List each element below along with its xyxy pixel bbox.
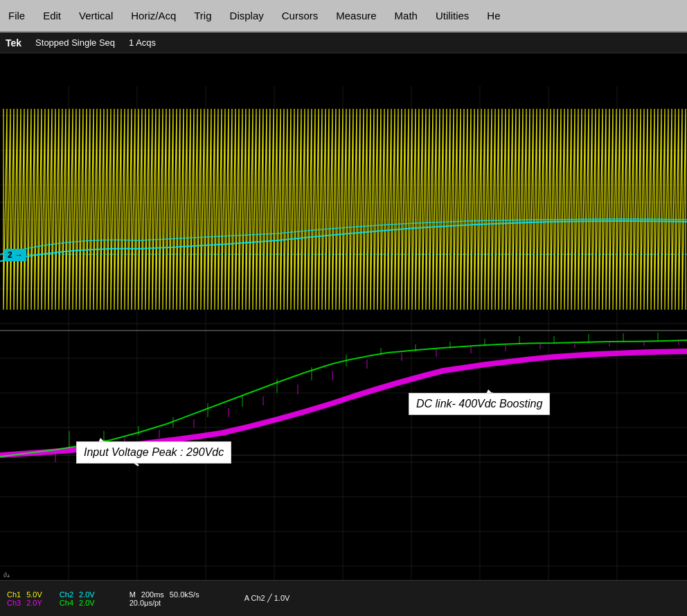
menu-measure[interactable]: Measure (333, 8, 379, 23)
waveform-display: // This won't execute inside SVG in HTML… (0, 53, 687, 580)
timebase-value: 200ms (141, 590, 164, 599)
menu-file[interactable]: File (6, 8, 28, 23)
statusbar: Tek Stopped Single Seq 1 Acqs (0, 33, 687, 53)
acqs-label: 1 Acqs (129, 37, 156, 48)
menu-display[interactable]: Display (227, 8, 267, 23)
timebase-label: M (130, 590, 136, 599)
ch1-label: Ch1 (7, 590, 21, 599)
ch2-label: 2 → (4, 249, 26, 261)
menu-horiz-acq[interactable]: Horiz/Acq (128, 8, 179, 23)
status-label: Stopped Single Seq (35, 37, 115, 48)
svg-text:∂₄: ∂₄ (3, 571, 10, 579)
timebase-info: M 200ms 50.0kS/s 20.0μs/pt (130, 590, 199, 607)
menu-cursors[interactable]: Cursors (279, 8, 321, 23)
ch4-label: Ch4 (60, 599, 73, 607)
annotation-input-voltage: Input Voltage Peak : 290Vdc (76, 441, 231, 464)
annotation-dc-link: DC link- 400Vdc Boosting (409, 393, 550, 415)
menu-help[interactable]: He (484, 8, 503, 23)
ch3-label: Ch3 (7, 599, 21, 607)
ch2-info-value: 2.0V (79, 590, 95, 599)
ch24-info: Ch2 2.0V Ch4 2.0V (60, 590, 95, 607)
ch4-value: 2.0V (79, 599, 95, 607)
scope-screen: // This won't execute inside SVG in HTML… (0, 53, 687, 580)
ch1-info: Ch1 5.0V Ch3 2.0Y (7, 590, 42, 607)
menu-trig[interactable]: Trig (191, 8, 214, 23)
ch2-info-label: Ch2 (60, 590, 73, 599)
trigger-info: A Ch2 ╱ 1.0V (244, 594, 290, 603)
sample-pt: 20.0μs/pt (130, 599, 161, 607)
menu-math[interactable]: Math (392, 8, 420, 23)
menu-edit[interactable]: Edit (40, 8, 64, 23)
menu-utilities[interactable]: Utilities (433, 8, 472, 23)
menu-vertical[interactable]: Vertical (76, 8, 116, 23)
trigger-details: A Ch2 ╱ 1.0V (244, 594, 290, 603)
brand-label: Tek (6, 37, 21, 49)
bottombar: Ch1 5.0V Ch3 2.0Y Ch2 2.0V Ch4 2.0V M 20… (0, 580, 687, 616)
menubar: File Edit Vertical Horiz/Acq Trig Displa… (0, 0, 687, 33)
ch3-value: 2.0Y (26, 599, 42, 607)
sample-rate: 50.0kS/s (170, 590, 199, 599)
svg-rect-0 (0, 53, 687, 580)
ch1-value: 5.0V (26, 590, 42, 599)
